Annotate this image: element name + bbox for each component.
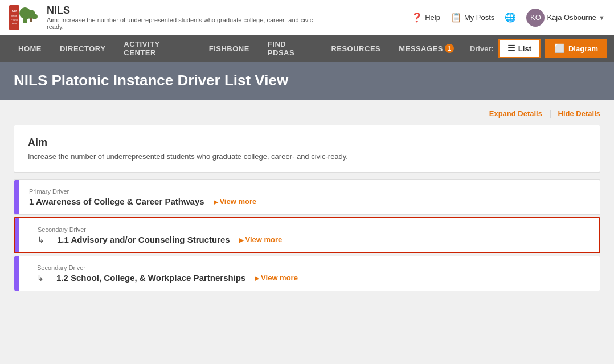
carnegie-logo: Car negie Found ation — [9, 5, 41, 30]
primary-driver-content: Primary Driver 1 Awareness of College & … — [19, 180, 600, 214]
primary-driver-view-more[interactable]: View more — [214, 197, 257, 206]
primary-driver-type-label: Primary Driver — [29, 188, 590, 195]
primary-driver-name-row: 1 Awareness of College & Career Pathways… — [29, 197, 590, 206]
nav-item-resources[interactable]: RESOURCES — [322, 35, 390, 62]
nav-items: HOME DIRECTORY ACTIVITY CENTER FISHBONE … — [9, 35, 463, 62]
secondary-driver-bar-1-1 — [15, 218, 19, 252]
aim-card: Aim Increase the number of underrepresen… — [14, 125, 600, 173]
primary-driver-name: 1 Awareness of College & Career Pathways — [29, 197, 204, 206]
svg-point-11 — [24, 14, 30, 19]
page-title: NILS Platonic Instance Driver List View — [14, 72, 600, 89]
help-label: Help — [425, 13, 440, 22]
hide-details-link[interactable]: Hide Details — [558, 109, 600, 118]
svg-text:Found: Found — [11, 18, 17, 21]
primary-driver-row: Primary Driver 1 Awareness of College & … — [14, 179, 600, 215]
secondary-driver-type-label-1-1: Secondary Driver — [38, 226, 589, 233]
globe-icon: 🌐 — [505, 12, 516, 23]
logo-area: Car negie Found ation NILS Aim: Increase… — [9, 5, 331, 30]
secondary-driver-view-more-1-2[interactable]: View more — [255, 273, 298, 282]
nav-bar: HOME DIRECTORY ACTIVITY CENTER FISHBONE … — [0, 35, 614, 62]
globe-button[interactable]: 🌐 — [505, 12, 516, 23]
page-title-bar: NILS Platonic Instance Driver List View — [0, 62, 614, 100]
user-initials: KO — [530, 13, 541, 22]
expand-details-link[interactable]: Expand Details — [489, 109, 542, 118]
secondary-arrow-icon-1-2: ↳ — [37, 273, 44, 283]
top-header: Car negie Found ation NILS Aim: Increase… — [0, 0, 614, 35]
my-posts-label: My Posts — [464, 13, 494, 22]
details-controls: Expand Details | Hide Details — [14, 109, 600, 118]
svg-text:negie: negie — [11, 14, 18, 17]
secondary-driver-bar-1-2 — [14, 256, 19, 291]
driver-section: Driver: ☰ List ⬜ Diagram — [463, 39, 614, 58]
svg-text:ation: ation — [12, 22, 17, 25]
secondary-driver-name-row-1-2: ↳ 1.2 School, College, & Workplace Partn… — [37, 273, 590, 283]
list-icon: ☰ — [507, 43, 515, 54]
posts-icon: 📋 — [451, 12, 462, 23]
secondary-arrow-icon-1-1: ↳ — [38, 235, 44, 244]
diagram-btn-label: Diagram — [568, 44, 598, 53]
messages-badge: 1 — [445, 44, 454, 53]
secondary-driver-name-row-1-1: ↳ 1.1 Advisory and/or Counseling Structu… — [38, 235, 589, 244]
aim-description: Increase the number of underrepresented … — [28, 152, 586, 161]
driver-label: Driver: — [470, 44, 494, 53]
my-posts-link[interactable]: 📋 My Posts — [451, 12, 494, 23]
avatar: KO — [526, 9, 545, 27]
details-separator: | — [549, 109, 551, 118]
secondary-driver-name-1-2: 1.2 School, College, & Workplace Partner… — [56, 273, 245, 283]
diagram-view-button[interactable]: ⬜ Diagram — [545, 39, 607, 58]
help-icon: ❓ — [411, 12, 423, 23]
user-profile[interactable]: KO Kája Osbourne ▼ — [526, 9, 605, 27]
secondary-driver-type-label-1-2: Secondary Driver — [37, 264, 590, 271]
user-name: Kája Osbourne — [547, 13, 596, 22]
list-view-button[interactable]: ☰ List — [498, 39, 541, 58]
secondary-driver-row-1-1: Secondary Driver ↳ 1.1 Advisory and/or C… — [14, 217, 600, 253]
header-aim-text: Aim: Increase the number of underreprese… — [47, 17, 331, 30]
aim-heading: Aim — [28, 137, 586, 149]
secondary-driver-content-1-2: Secondary Driver ↳ 1.2 School, College, … — [19, 256, 600, 291]
main-content: Expand Details | Hide Details Aim Increa… — [0, 100, 614, 328]
secondary-driver-name-1-1: 1.1 Advisory and/or Counseling Structure… — [57, 235, 230, 244]
list-btn-label: List — [518, 44, 531, 53]
nav-item-messages[interactable]: MESSAGES 1 — [390, 35, 463, 62]
secondary-driver-view-more-1-1[interactable]: View more — [239, 235, 283, 244]
primary-driver-bar — [14, 180, 19, 214]
svg-rect-9 — [30, 18, 32, 22]
nav-item-directory[interactable]: DIRECTORY — [51, 35, 114, 62]
svg-text:Car: Car — [12, 9, 17, 13]
help-link[interactable]: ❓ Help — [411, 12, 440, 23]
nils-title-area: NILS Aim: Increase the number of underre… — [47, 5, 331, 30]
secondary-driver-content-1-1: Secondary Driver ↳ 1.1 Advisory and/or C… — [19, 218, 599, 252]
nils-label: NILS — [47, 5, 331, 17]
diagram-icon: ⬜ — [554, 43, 565, 54]
messages-label: MESSAGES — [399, 44, 443, 53]
svg-point-10 — [32, 14, 38, 19]
user-dropdown-arrow: ▼ — [599, 14, 605, 21]
nav-item-find-pdsas[interactable]: FIND PDSAS — [259, 35, 322, 62]
top-right-actions: ❓ Help 📋 My Posts 🌐 KO Kája Osbourne ▼ — [411, 9, 605, 27]
nav-item-fishbone[interactable]: FISHBONE — [200, 35, 259, 62]
nav-item-home[interactable]: HOME — [9, 35, 51, 62]
secondary-driver-row-1-2: Secondary Driver ↳ 1.2 School, College, … — [14, 256, 600, 291]
nav-item-activity-center[interactable]: ACTIVITY CENTER — [114, 35, 199, 62]
